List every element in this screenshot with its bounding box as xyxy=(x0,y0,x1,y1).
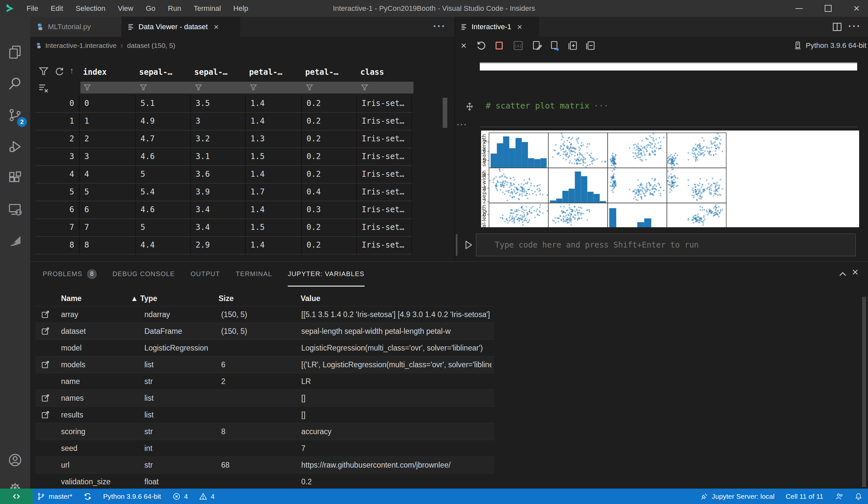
variable-row-validation_size[interactable]: validation_sizefloat0.2 xyxy=(35,473,494,488)
export-icon[interactable] xyxy=(547,38,562,53)
remote-indicator[interactable] xyxy=(0,489,33,504)
python-interpreter-item[interactable]: Python 3.9.6 64-bit xyxy=(103,493,161,501)
panel-scrollbar[interactable] xyxy=(862,297,866,487)
notifications-item[interactable] xyxy=(854,492,863,501)
column-header-2[interactable]: sepal-… xyxy=(139,65,172,80)
close-tab-icon[interactable]: × xyxy=(517,23,522,31)
repl-input[interactable] xyxy=(476,233,856,256)
editor-more-actions[interactable]: ··· xyxy=(848,21,861,31)
data-viewer-scrollbar[interactable] xyxy=(443,98,447,128)
panel-tab-debug-console[interactable]: DEBUG CONSOLE xyxy=(113,262,175,286)
breadcrumb-item[interactable]: dataset (150, 5) xyxy=(127,42,175,50)
column-header-5[interactable]: petal-… xyxy=(305,65,338,80)
open-in-data-viewer-icon[interactable] xyxy=(41,410,51,419)
variable-row-name[interactable]: namestr2LR xyxy=(35,373,494,390)
cell-indicator-item[interactable]: Cell 11 of 11 xyxy=(786,493,823,501)
source-control-icon[interactable]: 2 xyxy=(0,100,30,130)
header-size: Size xyxy=(219,290,291,307)
variable-row-scoring[interactable]: scoringstr8accuracy xyxy=(35,423,494,440)
kernel-selector[interactable]: Python 3.9.6 64-bit xyxy=(771,38,866,53)
column-header-3[interactable]: sepal-… xyxy=(194,65,227,80)
panel-tab-output[interactable]: OUTPUT xyxy=(191,262,220,286)
interrupt-kernel-icon[interactable] xyxy=(492,38,507,53)
explorer-icon[interactable] xyxy=(0,37,30,67)
variable-size xyxy=(221,390,297,406)
filter-input[interactable] xyxy=(136,82,192,93)
code-cell-line[interactable]: # scatter plot matrix ··· xyxy=(486,101,609,111)
filter-input[interactable] xyxy=(302,82,358,93)
jupyter-server-item[interactable]: Jupyter Server: local xyxy=(700,492,774,501)
variable-row-array[interactable]: arrayndarray(150, 5)[[5.1 3.5 1.4 0.2 'I… xyxy=(35,306,494,323)
menu-item-terminal[interactable]: Terminal xyxy=(187,0,227,17)
menu-item-help[interactable]: Help xyxy=(227,0,254,17)
extensions-icon[interactable] xyxy=(0,163,30,193)
panel-tab-terminal[interactable]: TERMINAL xyxy=(236,262,272,286)
open-in-data-viewer-icon[interactable] xyxy=(41,309,51,319)
collapsed-cell-dots[interactable]: ··· xyxy=(457,121,468,128)
tab-data-viewer[interactable]: Data Viewer - dataset × xyxy=(122,17,240,37)
problems-warnings-item[interactable]: 4 xyxy=(199,492,215,501)
menu-item-go[interactable]: Go xyxy=(140,0,162,17)
filter-input[interactable] xyxy=(80,82,137,93)
filter-input[interactable] xyxy=(358,82,413,93)
tab-interactive-1[interactable]: Interactive-1 × xyxy=(455,17,539,37)
search-icon[interactable] xyxy=(0,69,30,99)
goto-cell-icon[interactable] xyxy=(465,102,475,112)
git-branch-item[interactable]: master* xyxy=(37,492,72,501)
variable-row-url[interactable]: urlstr68https://raw.githubusercontent.co… xyxy=(35,456,494,473)
accounts-icon[interactable] xyxy=(0,445,30,475)
feedback-item[interactable] xyxy=(835,492,843,501)
clear-results-icon[interactable]: × xyxy=(456,38,471,53)
sync-item[interactable] xyxy=(83,492,92,501)
folded-code-indicator[interactable]: ··· xyxy=(594,102,609,110)
editor-more-actions[interactable]: ··· xyxy=(433,21,446,31)
remote-explorer-icon[interactable] xyxy=(0,195,30,224)
filter-input[interactable] xyxy=(247,82,303,93)
interactive-scrollbar[interactable] xyxy=(456,234,457,256)
close-tab-icon[interactable]: × xyxy=(214,23,219,31)
variable-row-seed[interactable]: seedint7 xyxy=(35,440,494,456)
open-in-data-viewer-icon[interactable] xyxy=(41,326,51,336)
panel-tab-problems[interactable]: PROBLEMS8 xyxy=(43,262,97,286)
maximize-button[interactable] xyxy=(816,0,839,17)
pycon-extension-icon[interactable] xyxy=(0,226,30,256)
expand-all-icon[interactable] xyxy=(565,38,580,53)
split-editor-icon[interactable] xyxy=(832,22,843,32)
menu-item-selection[interactable]: Selection xyxy=(69,0,112,17)
variable-row-names[interactable]: nameslist[] xyxy=(35,390,494,406)
variable-row-dataset[interactable]: datasetDataFrame(150, 5)sepal-length sep… xyxy=(35,323,494,339)
panel-close-icon[interactable]: × xyxy=(852,266,858,279)
variable-name: model xyxy=(61,340,140,356)
column-header-4[interactable]: petal-… xyxy=(249,65,282,80)
breadcrumb[interactable]: Interactive-1.interactive › dataset (150… xyxy=(30,37,455,54)
row-number-cell: 4 xyxy=(35,166,80,183)
panel-maximize-chevron-icon[interactable] xyxy=(837,268,849,280)
panel-tab-jupyter-variables[interactable]: JUPYTER: VARIABLES xyxy=(288,262,364,286)
menu-item-file[interactable]: File xyxy=(20,0,44,17)
save-as-icon[interactable] xyxy=(530,38,545,53)
menu-bar: FileEditSelectionViewGoRunTerminalHelp xyxy=(20,0,254,17)
minimize-button[interactable] xyxy=(788,0,810,17)
open-in-data-viewer-icon[interactable] xyxy=(41,393,51,403)
restart-kernel-icon[interactable] xyxy=(474,38,489,53)
menu-item-view[interactable]: View xyxy=(112,0,140,17)
run-code-icon[interactable] xyxy=(463,239,474,251)
run-debug-icon[interactable] xyxy=(0,132,30,162)
filter-input[interactable] xyxy=(192,82,247,93)
problems-errors-item[interactable]: 4 xyxy=(172,492,188,501)
open-in-data-viewer-icon[interactable] xyxy=(41,359,51,369)
variable-size xyxy=(221,340,297,356)
status-left-group: master* Python 3.9.6 64-bit 4 4 xyxy=(37,489,215,504)
panel-tab-label: OUTPUT xyxy=(191,270,220,278)
variable-row-results[interactable]: resultslist[] xyxy=(35,406,494,423)
breadcrumb-root[interactable]: Interactive-1.interactive xyxy=(45,42,116,50)
column-header-1[interactable]: index xyxy=(83,65,107,80)
close-window-button[interactable]: × xyxy=(845,0,868,17)
menu-item-edit[interactable]: Edit xyxy=(44,0,69,17)
tab-mltutorial[interactable]: MLTutorial.py xyxy=(30,17,127,37)
variable-row-models[interactable]: modelslist6[('LR', LogisticRegression(mu… xyxy=(35,356,494,373)
variable-row-model[interactable]: modelLogisticRegressionLogisticRegressio… xyxy=(35,339,494,356)
column-header-6[interactable]: class xyxy=(360,65,384,80)
menu-item-run[interactable]: Run xyxy=(162,0,187,17)
collapse-all-icon[interactable] xyxy=(583,38,598,53)
